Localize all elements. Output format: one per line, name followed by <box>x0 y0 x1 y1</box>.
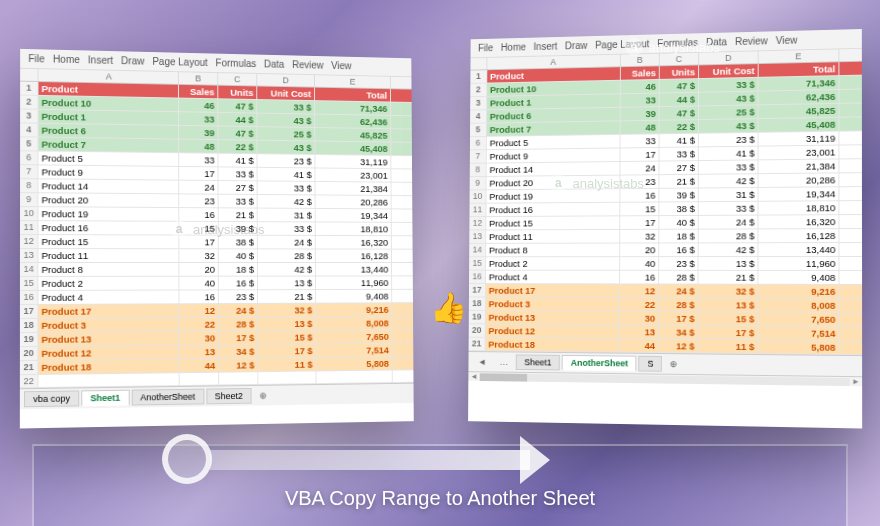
row-number[interactable]: 11 <box>469 204 486 217</box>
cell-value[interactable]: 13 $ <box>258 277 316 290</box>
table-row[interactable]: 13Product 113218 $28 $16,128 <box>469 229 862 244</box>
select-all-corner[interactable] <box>470 58 487 70</box>
row-number[interactable]: 13 <box>469 230 486 242</box>
cell-value[interactable]: 24 $ <box>699 216 759 229</box>
sheet-tab-sheet1[interactable]: Sheet1 <box>516 354 561 370</box>
column-header-E[interactable]: E <box>759 49 840 63</box>
cell-value[interactable]: 13 $ <box>699 257 759 270</box>
cell-product[interactable]: Product 18 <box>38 359 179 374</box>
cell-value[interactable]: 33 <box>179 112 218 125</box>
cell-product[interactable]: Product 7 <box>487 121 621 136</box>
row-number[interactable]: 10 <box>20 207 38 220</box>
cell-value[interactable]: 12 <box>620 284 659 297</box>
cell-product[interactable]: Product 9 <box>487 148 621 162</box>
row-number[interactable]: 9 <box>20 193 38 206</box>
cell-product[interactable]: Product 13 <box>486 311 620 324</box>
cell-value[interactable]: 33 $ <box>258 222 316 235</box>
cell-value[interactable]: 18,810 <box>758 201 839 214</box>
cell-value[interactable]: Unit Cost <box>699 64 759 78</box>
row-number[interactable]: 15 <box>469 257 486 269</box>
cell-product[interactable]: Product 3 <box>38 318 179 332</box>
row-number[interactable]: 6 <box>470 137 487 150</box>
cell-value[interactable]: 17 $ <box>698 326 758 339</box>
cell-value[interactable] <box>258 371 316 383</box>
cell-value[interactable]: 20,286 <box>759 173 840 187</box>
table-row[interactable]: 12Product 151740 $24 $16,320 <box>469 215 862 230</box>
cell-product[interactable]: Product 1 <box>38 110 179 125</box>
cell-value[interactable]: 7,514 <box>316 344 392 357</box>
cell-value[interactable]: 24 $ <box>258 236 316 249</box>
row-number[interactable]: 8 <box>20 179 38 192</box>
cell-product[interactable]: Product 20 <box>38 193 179 207</box>
cell-value[interactable]: 9,408 <box>316 290 392 303</box>
cell-value[interactable] <box>180 373 220 385</box>
ribbon-tab-home[interactable]: Home <box>501 42 526 53</box>
cell-product[interactable]: Product 12 <box>38 346 179 360</box>
cell-value[interactable]: 16,128 <box>316 249 392 262</box>
cell-value[interactable]: 19,344 <box>759 187 840 201</box>
cell-product[interactable]: Product 10 <box>487 81 621 96</box>
table-row[interactable]: 14Product 82018 $42 $13,440 <box>20 263 413 277</box>
cell-value[interactable]: 5,808 <box>758 340 839 354</box>
row-number[interactable]: 5 <box>20 137 38 150</box>
cell-value[interactable]: 34 $ <box>219 345 258 358</box>
cell-value[interactable]: 45,408 <box>315 141 391 154</box>
cell-value[interactable]: 16 <box>179 290 219 303</box>
row-number[interactable]: 17 <box>20 305 38 318</box>
cell-value[interactable]: 17 <box>620 216 659 229</box>
cell-product[interactable]: Product 17 <box>38 304 179 318</box>
cell-value[interactable]: 28 $ <box>258 249 316 262</box>
cell-value[interactable]: 20 <box>179 263 218 276</box>
cell-value[interactable]: 21 $ <box>258 290 316 303</box>
cell-value[interactable]: Sales <box>179 85 218 98</box>
cell-value[interactable]: 43 $ <box>699 119 759 133</box>
cell-value[interactable]: 16 $ <box>219 277 258 290</box>
cell-product[interactable]: Product 5 <box>487 135 621 149</box>
cell-value[interactable]: 45,825 <box>759 104 840 118</box>
cell-value[interactable]: 40 $ <box>219 249 258 262</box>
tab-nav-icon[interactable]: ◄ <box>472 357 492 367</box>
row-number[interactable]: 8 <box>470 164 487 177</box>
cell-value[interactable]: 33 $ <box>699 202 759 215</box>
cell-value[interactable]: 40 <box>179 277 218 290</box>
cell-value[interactable]: 46 <box>621 80 660 93</box>
cell-value[interactable]: 23 $ <box>699 133 759 147</box>
cell-value[interactable]: 22 <box>620 298 659 311</box>
ribbon-tab-view[interactable]: View <box>331 60 351 71</box>
cell-value[interactable]: 45,825 <box>315 128 391 142</box>
cell-value[interactable]: 31,119 <box>759 132 840 146</box>
row-number[interactable]: 19 <box>20 333 38 346</box>
row-number[interactable]: 9 <box>470 177 487 190</box>
row-number[interactable]: 14 <box>20 263 38 276</box>
cell-value[interactable]: 12 $ <box>659 339 699 352</box>
cell-value[interactable]: 16,128 <box>758 229 839 242</box>
row-number[interactable]: 5 <box>470 124 487 137</box>
cell-value[interactable]: 39 $ <box>659 188 698 201</box>
cell-value[interactable]: 24 <box>620 162 659 175</box>
cell-value[interactable]: 33 $ <box>258 181 316 194</box>
ribbon-tab-draw[interactable]: Draw <box>121 55 144 66</box>
row-number[interactable]: 18 <box>20 319 38 332</box>
cell-value[interactable]: 19,344 <box>316 209 392 222</box>
cell-value[interactable]: 13 <box>180 345 220 358</box>
table-row[interactable]: 15Product 24023 $13 $11,960 <box>469 257 862 271</box>
ribbon-tab-review[interactable]: Review <box>735 35 768 47</box>
cell-value[interactable]: 9,216 <box>316 303 392 316</box>
row-number[interactable]: 7 <box>470 150 487 163</box>
row-number[interactable]: 4 <box>470 110 487 123</box>
cell-value[interactable]: 47 $ <box>218 126 257 139</box>
scroll-right-icon[interactable]: ► <box>850 377 862 386</box>
cell-value[interactable]: 31,119 <box>315 155 391 168</box>
row-number[interactable]: 21 <box>20 361 38 374</box>
ribbon-tab-insert[interactable]: Insert <box>88 54 113 65</box>
cell-value[interactable]: 40 $ <box>659 216 698 229</box>
sheet-tab-vba-copy[interactable]: vba copy <box>24 390 79 407</box>
cell-product[interactable]: Product 10 <box>38 96 179 111</box>
cell-product[interactable] <box>38 373 179 387</box>
ribbon-tab-file[interactable]: File <box>478 43 493 54</box>
cell-value[interactable]: Total <box>759 62 840 77</box>
cell-value[interactable]: 42 $ <box>258 263 316 276</box>
cell-value[interactable]: 42 $ <box>699 243 759 256</box>
cell-value[interactable]: 33 <box>179 153 218 166</box>
cell-value[interactable]: Total <box>315 88 391 102</box>
